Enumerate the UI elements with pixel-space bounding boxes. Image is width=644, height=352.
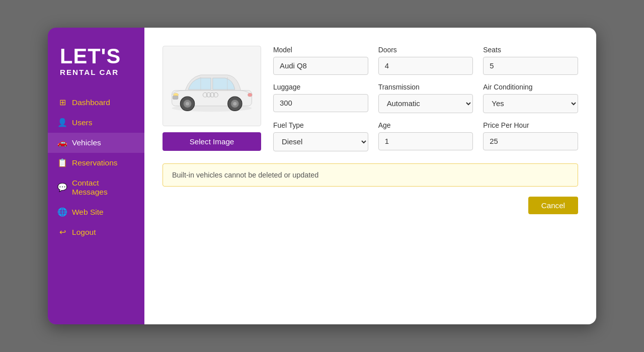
fuel-type-field-group: Fuel Type Diesel Gasoline Electric Hybri…: [273, 121, 368, 151]
air-conditioning-field-group: Air Conditioning Yes No: [483, 83, 578, 113]
sidebar-label-website: Web Site: [72, 208, 104, 217]
car-svg: [163, 46, 261, 126]
warning-banner: Built-in vehicles cannot be deleted or u…: [163, 163, 578, 187]
sidebar-item-reservations[interactable]: 📋 Reservations: [48, 153, 144, 173]
sidebar-label-contact-messages: Contact Messages: [72, 179, 134, 197]
sidebar-label-reservations: Reservations: [72, 158, 118, 167]
model-label: Model: [273, 46, 368, 54]
sidebar-item-vehicles[interactable]: 🚗 Vehicles: [48, 133, 144, 153]
car-image-box: [163, 46, 261, 126]
sidebar-label-logout: Logout: [72, 228, 96, 237]
price-per-hour-field-group: Price Per Hour: [483, 121, 578, 151]
sidebar-item-logout[interactable]: ↩ Logout: [48, 222, 144, 242]
action-row: Cancel: [163, 197, 578, 214]
car-image-area: Select Image: [163, 46, 261, 151]
sidebar-label-vehicles: Vehicles: [72, 138, 101, 147]
luggage-field-group: Luggage: [273, 83, 368, 113]
svg-point-9: [248, 93, 252, 97]
brand-logo: LET'S RENTAL CAR: [48, 28, 144, 89]
sidebar-item-users[interactable]: 👤 Users: [48, 113, 144, 133]
car-icon: 🚗: [58, 138, 67, 147]
air-conditioning-select[interactable]: Yes No: [483, 94, 578, 113]
message-icon: 💬: [58, 183, 67, 192]
vehicle-form: Select Image Model Doors Seats: [163, 46, 578, 151]
sidebar-nav: ⊞ Dashboard 👤 Users 🚗 Vehicles 📋 Reserva…: [48, 93, 144, 324]
svg-point-4: [186, 102, 189, 106]
brand-title-line2: RENTAL CAR: [60, 68, 132, 76]
doors-label: Doors: [378, 46, 473, 54]
svg-rect-10: [173, 96, 178, 99]
doors-input[interactable]: [378, 57, 473, 75]
age-input[interactable]: [378, 132, 473, 150]
sidebar-label-dashboard: Dashboard: [72, 98, 110, 107]
fuel-type-select[interactable]: Diesel Gasoline Electric Hybrid: [273, 132, 368, 151]
model-input[interactable]: [273, 57, 368, 75]
seats-field-group: Seats: [483, 46, 578, 75]
user-icon: 👤: [58, 118, 67, 127]
sidebar: LET'S RENTAL CAR ⊞ Dashboard 👤 Users 🚗 V…: [48, 28, 144, 324]
brand-title-line1: LET'S: [60, 46, 132, 67]
svg-point-7: [233, 102, 236, 106]
transmission-field-group: Transmission Automatic Manual: [378, 83, 473, 113]
price-per-hour-label: Price Per Hour: [483, 121, 578, 129]
transmission-select[interactable]: Automatic Manual: [378, 94, 473, 113]
price-per-hour-input[interactable]: [483, 132, 578, 150]
sidebar-label-users: Users: [72, 118, 93, 127]
main-content: Select Image Model Doors Seats: [144, 28, 596, 324]
age-label: Age: [378, 121, 473, 129]
model-field-group: Model: [273, 46, 368, 75]
seats-input[interactable]: [483, 57, 578, 75]
seats-label: Seats: [483, 46, 578, 54]
globe-icon: 🌐: [58, 208, 67, 217]
cancel-button[interactable]: Cancel: [528, 197, 578, 214]
logout-icon: ↩: [58, 228, 67, 237]
grid-icon: ⊞: [58, 98, 67, 107]
luggage-input[interactable]: [273, 94, 368, 112]
warning-text: Built-in vehicles cannot be deleted or u…: [172, 171, 318, 179]
sidebar-item-website[interactable]: 🌐 Web Site: [48, 202, 144, 222]
age-field-group: Age: [378, 121, 473, 151]
luggage-label: Luggage: [273, 83, 368, 91]
sidebar-item-dashboard[interactable]: ⊞ Dashboard: [48, 93, 144, 113]
doors-field-group: Doors: [378, 46, 473, 75]
sidebar-item-contact-messages[interactable]: 💬 Contact Messages: [48, 173, 144, 202]
calendar-icon: 📋: [58, 158, 67, 167]
fuel-type-label: Fuel Type: [273, 121, 368, 129]
select-image-button[interactable]: Select Image: [163, 132, 261, 151]
vehicle-fields: Model Doors Seats Luggage Transmiss: [273, 46, 578, 151]
air-conditioning-label: Air Conditioning: [483, 83, 578, 91]
transmission-label: Transmission: [378, 83, 473, 91]
car-image: [163, 46, 261, 126]
